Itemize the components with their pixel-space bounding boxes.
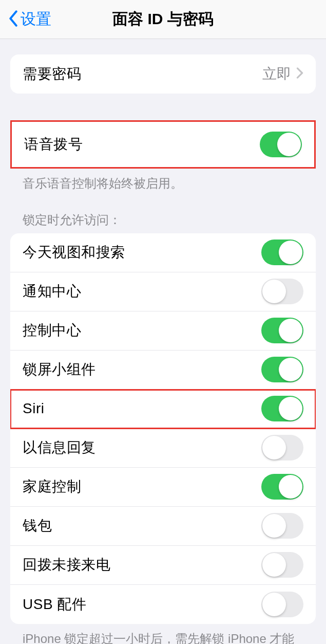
voice-dial-toggle[interactable] xyxy=(260,132,302,157)
toggle-knob xyxy=(262,553,286,577)
back-button[interactable]: 设置 xyxy=(8,9,51,30)
back-label: 设置 xyxy=(21,9,51,30)
toggle-knob xyxy=(279,241,302,264)
allow-access-row: 钱包 xyxy=(10,507,316,546)
allow-access-header: 锁定时允许访问： xyxy=(10,192,316,233)
require-passcode-section: 需要密码 立即 xyxy=(10,54,316,94)
allow-access-row: 家庭控制 xyxy=(10,468,316,507)
toggle-knob xyxy=(279,358,302,381)
toggle-knob xyxy=(279,319,302,342)
allow-access-toggle[interactable] xyxy=(261,474,303,500)
row-value-wrap: 立即 xyxy=(262,64,303,84)
allow-access-row: 锁屏小组件 xyxy=(10,351,316,390)
allow-access-row: 今天视图和搜索 xyxy=(10,233,316,272)
chevron-right-icon xyxy=(296,67,303,81)
allow-access-row: 通知中心 xyxy=(10,272,316,311)
allow-access-list: 今天视图和搜索通知中心控制中心锁屏小组件Siri以信息回复家庭控制钱包回拨未接来… xyxy=(10,233,316,624)
allow-access-label: 回拨未接来电 xyxy=(23,555,110,575)
usb-footer: iPhone 锁定超过一小时后，需先解锁 iPhone 才能允许 USB 配件连… xyxy=(10,624,316,644)
allow-access-row: 以信息回复 xyxy=(10,429,316,468)
toggle-knob xyxy=(279,397,302,420)
require-passcode-label: 需要密码 xyxy=(23,64,81,84)
allow-access-row: Siri xyxy=(10,390,316,429)
navbar: 设置 面容 ID 与密码 xyxy=(0,0,326,39)
allow-access-row: USB 配件 xyxy=(10,585,316,624)
toggle-knob xyxy=(262,436,286,459)
require-passcode-value: 立即 xyxy=(262,64,291,84)
allow-access-toggle[interactable] xyxy=(261,279,303,304)
allow-access-row: 控制中心 xyxy=(10,311,316,351)
allow-access-label: 钱包 xyxy=(23,516,52,536)
allow-access-label: Siri xyxy=(23,400,44,417)
allow-access-label: 今天视图和搜索 xyxy=(23,243,125,262)
voice-dial-row: 语音拨号 xyxy=(12,122,314,167)
allow-access-label: 家庭控制 xyxy=(23,477,81,496)
allow-access-label: 控制中心 xyxy=(23,321,81,340)
allow-access-label: 通知中心 xyxy=(23,282,81,301)
allow-access-toggle[interactable] xyxy=(261,240,303,265)
voice-dial-footer: 音乐语音控制将始终被启用。 xyxy=(10,169,316,192)
toggle-knob xyxy=(262,280,286,303)
toggle-knob xyxy=(262,514,286,538)
content: 需要密码 立即 语音拨号 音乐语音控制将始终被启用。 锁定时允许访问： 今天视图… xyxy=(0,54,326,644)
allow-access-toggle[interactable] xyxy=(261,435,303,461)
toggle-knob xyxy=(279,475,302,499)
allow-access-toggle[interactable] xyxy=(261,357,303,382)
allow-access-toggle[interactable] xyxy=(261,552,303,578)
voice-dial-label: 语音拨号 xyxy=(24,135,83,154)
allow-access-row: 回拨未接来电 xyxy=(10,546,316,585)
allow-access-toggle[interactable] xyxy=(261,318,303,343)
toggle-knob xyxy=(277,133,301,156)
allow-access-label: 锁屏小组件 xyxy=(23,360,96,379)
allow-access-label: USB 配件 xyxy=(23,595,86,614)
require-passcode-row[interactable]: 需要密码 立即 xyxy=(10,54,316,94)
voice-dial-section: 语音拨号 xyxy=(10,120,316,169)
allow-access-toggle[interactable] xyxy=(261,396,303,421)
allow-access-label: 以信息回复 xyxy=(23,438,96,457)
allow-access-toggle[interactable] xyxy=(261,513,303,539)
toggle-knob xyxy=(262,593,286,616)
allow-access-toggle[interactable] xyxy=(261,592,303,617)
page-title: 面容 ID 与密码 xyxy=(112,9,214,30)
chevron-left-icon xyxy=(8,9,18,30)
